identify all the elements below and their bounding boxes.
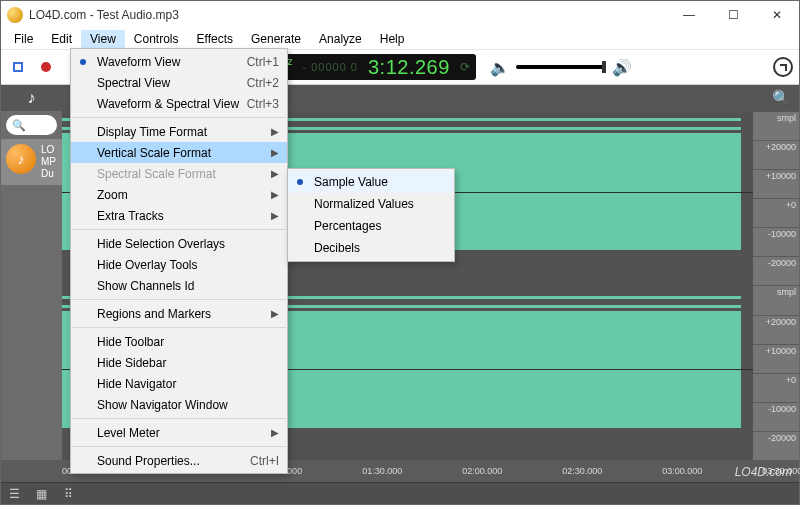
vertical-scale-submenu[interactable]: Sample ValueNormalized ValuesPercentages… — [287, 168, 455, 262]
view-menu-item[interactable]: Display Time Format▶ — [71, 121, 287, 142]
menu-item-label: Display Time Format — [97, 125, 207, 139]
menu-separator — [72, 229, 286, 230]
scale-submenu-item[interactable]: Percentages — [288, 215, 454, 237]
volume-slider[interactable] — [516, 65, 606, 69]
view-menu-item[interactable]: Hide Navigator — [71, 373, 287, 394]
view-menu-item[interactable]: Level Meter▶ — [71, 422, 287, 443]
grid-large-icon[interactable]: ▦ — [34, 488, 49, 500]
menu-separator — [72, 418, 286, 419]
bullet-icon — [297, 179, 303, 185]
ruler-label: +10000 — [753, 169, 799, 182]
submenu-arrow-icon: ▶ — [271, 147, 279, 158]
sidebar-search[interactable]: 🔍 — [6, 115, 57, 135]
lcd-counter-dim: - 00000 0 — [302, 61, 357, 73]
scale-submenu-item[interactable]: Decibels — [288, 237, 454, 259]
timeline-tick: 02:00.000 — [462, 466, 502, 476]
submenu-arrow-icon: ▶ — [271, 210, 279, 221]
view-menu-item[interactable]: Show Navigator Window — [71, 394, 287, 415]
menu-generate[interactable]: Generate — [242, 30, 310, 48]
submenu-item-label: Sample Value — [314, 175, 388, 189]
ruler-label: +20000 — [753, 315, 799, 328]
ruler-label: +10000 — [753, 344, 799, 357]
submenu-arrow-icon: ▶ — [271, 427, 279, 438]
view-menu-item[interactable]: Hide Selection Overlays — [71, 233, 287, 254]
track-icon: ♪ — [6, 144, 36, 174]
view-menu-item[interactable]: Sound Properties...Ctrl+I — [71, 450, 287, 471]
view-menu-item[interactable]: Vertical Scale Format▶ — [71, 142, 287, 163]
submenu-arrow-icon: ▶ — [271, 189, 279, 200]
ruler-label: -20000 — [753, 431, 799, 444]
menu-help[interactable]: Help — [371, 30, 414, 48]
ruler-label: +20000 — [753, 140, 799, 153]
view-menu-item[interactable]: Extra Tracks▶ — [71, 205, 287, 226]
stop-button[interactable] — [7, 56, 29, 78]
menu-item-label: Waveform View — [97, 55, 180, 69]
menu-item-label: Zoom — [97, 188, 128, 202]
menu-item-label: Show Navigator Window — [97, 398, 228, 412]
bullet-icon — [80, 59, 86, 65]
submenu-item-label: Decibels — [314, 241, 360, 255]
submenu-item-label: Normalized Values — [314, 197, 414, 211]
menu-item-label: Spectral Scale Format — [97, 167, 216, 181]
view-menu-item[interactable]: Waveform ViewCtrl+1 — [71, 51, 287, 72]
view-menu-item[interactable]: Zoom▶ — [71, 184, 287, 205]
submenu-item-label: Percentages — [314, 219, 381, 233]
menu-item-label: Vertical Scale Format — [97, 146, 211, 160]
app-window: LO4D.com - Test Audio.mp3 — ☐ ✕ FileEdit… — [0, 0, 800, 505]
editor-search-icon[interactable]: 🔍 — [772, 89, 791, 107]
menu-item-label: Spectral View — [97, 76, 170, 90]
view-menu-item[interactable]: Regions and Markers▶ — [71, 303, 287, 324]
sidebar-search-input[interactable] — [26, 119, 51, 131]
amplitude-ruler: smpl+20000+10000+0-10000-20000smpl+20000… — [753, 111, 799, 460]
record-button[interactable] — [35, 56, 57, 78]
track-meta: LO MP Du — [41, 144, 56, 180]
scale-submenu-item[interactable]: Sample Value — [288, 171, 454, 193]
menu-item-label: Hide Sidebar — [97, 356, 166, 370]
menu-item-label: Hide Selection Overlays — [97, 237, 225, 251]
menu-file[interactable]: File — [5, 30, 42, 48]
view-menu-item[interactable]: Hide Toolbar — [71, 331, 287, 352]
ruler-label: -10000 — [753, 402, 799, 415]
timeline-tick: 02:30.000 — [562, 466, 602, 476]
grid-small-icon[interactable]: ⠿ — [61, 488, 76, 500]
menu-item-label: Level Meter — [97, 426, 160, 440]
history-button[interactable] — [773, 57, 793, 77]
view-menu[interactable]: Waveform ViewCtrl+1Spectral ViewCtrl+2Wa… — [70, 48, 288, 474]
view-menu-item[interactable]: Show Channels Id — [71, 275, 287, 296]
view-menu-item[interactable]: Waveform & Spectral ViewCtrl+3 — [71, 93, 287, 114]
menu-item-label: Hide Navigator — [97, 377, 176, 391]
ruler-label: smpl — [753, 111, 799, 124]
menu-view[interactable]: View — [81, 30, 125, 48]
submenu-arrow-icon: ▶ — [271, 126, 279, 137]
view-menu-item[interactable]: Spectral ViewCtrl+2 — [71, 72, 287, 93]
scale-submenu-item[interactable]: Normalized Values — [288, 193, 454, 215]
menu-item-label: Extra Tracks — [97, 209, 164, 223]
ruler-label: +0 — [753, 373, 799, 386]
loop-icon[interactable]: ⟳ — [460, 60, 470, 74]
menu-item-label: Sound Properties... — [97, 454, 200, 468]
ruler-label: -10000 — [753, 227, 799, 240]
menu-edit[interactable]: Edit — [42, 30, 81, 48]
volume-control: 🔈 🔊 — [490, 58, 632, 77]
list-view-icon[interactable]: ☰ — [7, 488, 22, 500]
lcd-time: 3:12.269 — [368, 56, 450, 79]
view-menu-item[interactable]: Hide Sidebar — [71, 352, 287, 373]
ruler-label: -20000 — [753, 256, 799, 269]
minimize-button[interactable]: — — [667, 1, 711, 29]
timeline-tick: 03:00.000 — [662, 466, 702, 476]
close-button[interactable]: ✕ — [755, 1, 799, 29]
track-item[interactable]: ♪ LO MP Du — [1, 139, 62, 185]
menu-controls[interactable]: Controls — [125, 30, 188, 48]
view-menu-item[interactable]: Hide Overlay Tools — [71, 254, 287, 275]
ruler-label: smpl — [753, 285, 799, 298]
music-note-icon: ♪ — [28, 89, 36, 107]
menu-item-label: Hide Overlay Tools — [97, 258, 198, 272]
menu-item-label: Regions and Markers — [97, 307, 211, 321]
speaker-max-icon: 🔊 — [612, 58, 632, 77]
menu-separator — [72, 117, 286, 118]
menu-analyze[interactable]: Analyze — [310, 30, 371, 48]
submenu-arrow-icon: ▶ — [271, 168, 279, 179]
menu-effects[interactable]: Effects — [188, 30, 242, 48]
maximize-button[interactable]: ☐ — [711, 1, 755, 29]
speaker-min-icon: 🔈 — [490, 58, 510, 77]
